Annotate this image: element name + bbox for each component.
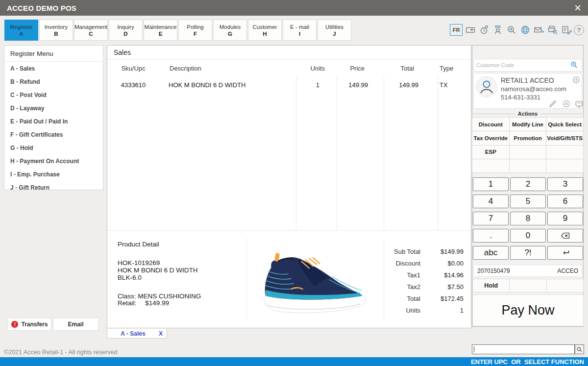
print-search-icon[interactable] — [546, 24, 559, 36]
customer-email: namorosa@acceo.com — [501, 85, 566, 93]
tab-polling[interactable]: PollingF — [178, 20, 212, 41]
help-icon[interactable]: ? — [574, 25, 584, 35]
sidebar-item-gift-certificates[interactable]: F - Gift Certificates — [4, 128, 103, 141]
customer-code-placeholder: Customer Code — [476, 62, 514, 68]
user-settings-icon[interactable] — [491, 24, 504, 36]
numpad-key-7[interactable]: 7 — [473, 212, 509, 225]
numpad-key-2[interactable]: 2 — [510, 177, 546, 191]
customer-display-icon[interactable] — [574, 99, 584, 109]
hold-button[interactable]: Hold — [473, 279, 509, 292]
customer-code-input[interactable]: Customer Code — [473, 59, 582, 72]
product-image — [257, 243, 377, 318]
row-type[interactable]: TX — [440, 81, 448, 89]
sidebar-item-refund[interactable]: B - Refund — [4, 75, 103, 88]
numpad-key-9[interactable]: 9 — [547, 212, 583, 225]
divider — [296, 76, 296, 230]
clock-icon[interactable] — [478, 24, 490, 36]
upc-input[interactable] — [472, 344, 575, 354]
modify-line-button[interactable]: Modify Line — [510, 118, 546, 131]
tax2-value: $7.50 — [423, 283, 464, 291]
tab-inventory[interactable]: InventoryB — [39, 20, 73, 41]
cash-drawer-icon[interactable] — [464, 24, 476, 36]
sidebar-item-layaway[interactable]: D - Layaway — [4, 101, 103, 115]
symbols-key[interactable]: ?! — [510, 246, 546, 260]
sidebar-item-sales[interactable]: A - Sales — [4, 62, 103, 75]
esp-button[interactable]: ESP — [472, 146, 509, 159]
row-total[interactable]: 149.99 — [369, 81, 418, 89]
backspace-key[interactable] — [547, 229, 583, 243]
subtotal-value: $149.99 — [423, 248, 464, 255]
register-store: ACCEO — [557, 268, 578, 274]
product-detail-title: Product Detail — [118, 241, 159, 248]
sidebar-item-gift-return[interactable]: J - Gift Return — [4, 181, 103, 194]
units-value: 1 — [423, 307, 464, 314]
total-label: Total — [385, 295, 420, 302]
tax1-label: Tax1 — [385, 271, 420, 279]
numpad-key-0[interactable]: 0 — [510, 229, 546, 243]
column-header-sku: Sku/Upc — [112, 65, 155, 72]
add-customer-icon[interactable] — [571, 75, 581, 85]
email-icon[interactable] — [533, 24, 545, 36]
sidebar-item-paid-out-in[interactable]: E - Paid Out / Paid In — [4, 115, 103, 128]
register-id-strip: 2070150479 ACCEO — [473, 265, 582, 277]
row-units[interactable]: 1 — [270, 81, 319, 89]
tab-utilities[interactable]: UtilitiesJ — [318, 20, 351, 41]
tab-email[interactable]: E - mailI — [283, 20, 317, 41]
close-icon[interactable]: × — [574, 3, 581, 13]
tax1-value: $14.96 — [423, 271, 464, 279]
numpad-key-4[interactable]: 4 — [473, 195, 509, 208]
transaction-tab-close-icon[interactable]: X — [159, 330, 167, 337]
backspace-icon — [560, 230, 571, 241]
tax-override-button[interactable]: Tax Override — [472, 131, 509, 145]
sidebar-item-hold[interactable]: G - Hold — [4, 141, 103, 154]
sidebar-item-emp-purchase[interactable]: I - Emp. Purchase — [4, 168, 103, 181]
empty-action-cell — [510, 146, 546, 159]
remove-customer-icon[interactable] — [562, 99, 571, 109]
product-class: Class: MENS CUSHIONING — [118, 293, 201, 300]
tab-management[interactable]: ManagementC — [74, 20, 108, 41]
actions-title: Actions — [518, 111, 538, 117]
language-toggle[interactable]: FR — [450, 24, 463, 36]
receipt-edit-icon[interactable] — [560, 24, 572, 36]
sidebar-item-post-void[interactable]: C - Post Void — [4, 88, 103, 101]
edit-customer-icon[interactable] — [548, 99, 558, 109]
promotion-button[interactable]: Promotion — [510, 131, 546, 145]
window-title: ACCEO DEMO POS — [7, 4, 76, 12]
email-button[interactable]: Email — [53, 318, 98, 331]
tab-register[interactable]: RegisterA — [4, 20, 38, 41]
numpad-key-5[interactable]: 5 — [510, 195, 546, 208]
numpad-key-3[interactable]: 3 — [547, 177, 583, 191]
tab-maintenance[interactable]: MaintenanceE — [144, 20, 177, 41]
divider — [540, 114, 582, 114]
void-gift-sts-button[interactable]: Void/Gift/STS — [546, 131, 583, 145]
numpad-key-1[interactable]: 1 — [473, 177, 509, 191]
abc-key[interactable]: abc — [473, 246, 509, 260]
row-sku[interactable]: 4333610 — [112, 81, 155, 89]
divider — [384, 238, 384, 320]
divider — [107, 59, 471, 60]
sidebar-item-payment-on-account[interactable]: H - Payment On Account — [4, 154, 103, 168]
row-price[interactable]: 149.99 — [319, 81, 368, 89]
numpad-key-6[interactable]: 6 — [547, 195, 583, 208]
quick-select-button[interactable]: Quick Select — [546, 118, 583, 131]
empty-action-cell — [546, 146, 583, 159]
column-header-price: Price — [316, 65, 365, 72]
enter-key[interactable] — [547, 246, 583, 260]
actions-header: Actions — [473, 110, 582, 117]
discount-button[interactable]: Discount — [472, 118, 509, 131]
transfers-button[interactable]: ! Transfers — [8, 318, 51, 331]
row-description[interactable]: HOK M BONDI 6 D WIDTH — [169, 81, 245, 89]
tab-customer[interactable]: CustomerH — [248, 20, 282, 41]
globe-icon[interactable] — [519, 24, 531, 36]
search-settings-icon[interactable] — [505, 24, 517, 36]
numpad-key-decimal[interactable]: . — [473, 229, 509, 243]
tab-inquiry[interactable]: InquiryD — [109, 20, 143, 41]
customer-search-icon[interactable] — [569, 60, 579, 70]
open-transaction-tab[interactable]: A - Sales X — [107, 329, 167, 339]
pay-now-button[interactable]: Pay Now — [472, 294, 584, 326]
text-caret — [474, 346, 474, 352]
tax2-label: Tax2 — [385, 283, 420, 291]
upc-search-button[interactable] — [575, 344, 584, 354]
numpad-key-8[interactable]: 8 — [510, 212, 546, 225]
tab-modules[interactable]: ModulesG — [213, 20, 247, 41]
